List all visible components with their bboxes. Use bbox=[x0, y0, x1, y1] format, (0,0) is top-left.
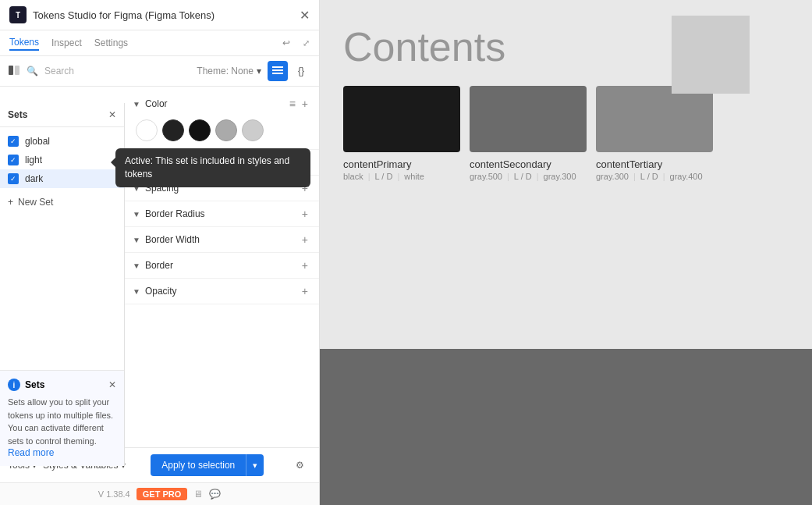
undo-button[interactable]: ↩ bbox=[282, 37, 290, 48]
sets-title: Sets bbox=[8, 109, 108, 120]
section-add-button-border-radius[interactable]: + bbox=[302, 208, 308, 220]
set-item-light[interactable]: ✓ light bbox=[0, 151, 124, 169]
detail-black: black bbox=[343, 172, 363, 181]
nav-settings[interactable]: Settings bbox=[94, 36, 128, 50]
detail-gray300: gray.300 bbox=[544, 172, 576, 181]
sidebar-toggle-icon[interactable] bbox=[8, 64, 20, 79]
panel-header: T Tokens Studio for Figma (Figma Tokens)… bbox=[0, 0, 319, 30]
section-list-button-color[interactable]: ≡ bbox=[289, 98, 296, 110]
svg-rect-2 bbox=[272, 66, 283, 68]
set-item-global[interactable]: ✓ global bbox=[0, 132, 124, 151]
sets-info-title: Sets bbox=[25, 379, 44, 390]
section-add-button-color[interactable]: + bbox=[302, 98, 308, 110]
detail-ld-1: L / D bbox=[375, 172, 393, 181]
set-checkbox-light[interactable]: ✓ bbox=[8, 155, 19, 165]
version-bar: V 1.38.4 GET PRO 🖥 💬 bbox=[0, 482, 319, 505]
panel-nav: Tokens Inspect Settings ↩ ⤢ bbox=[0, 30, 319, 56]
swatch-white[interactable] bbox=[136, 119, 158, 141]
json-view-button[interactable]: {} bbox=[291, 61, 311, 81]
section-header-border-width[interactable]: ▼ Border Width + bbox=[125, 227, 319, 252]
version-text: V 1.38.4 bbox=[98, 489, 130, 499]
sets-close-button[interactable]: ✕ bbox=[108, 109, 116, 120]
new-set-button[interactable]: + New Set bbox=[0, 193, 124, 212]
color-card-name-secondary: contentSecondary bbox=[470, 158, 587, 170]
sets-panel: Sets ✕ ✓ global ✓ light ✓ dark + New Set bbox=[0, 103, 125, 466]
section-header-border-radius[interactable]: ▼ Border Radius + bbox=[125, 201, 319, 226]
get-pro-button[interactable]: GET PRO bbox=[137, 488, 188, 500]
color-swatch-tertiary bbox=[596, 86, 713, 152]
color-cards: contentPrimary black | L / D | white con… bbox=[343, 86, 789, 187]
tooltip: Active: This set is included in styles a… bbox=[115, 148, 310, 187]
color-swatch-primary bbox=[343, 86, 460, 152]
sets-info-panel: i Sets ✕ Sets allow you to split your to… bbox=[0, 370, 124, 466]
detail-ld-3: L / D bbox=[640, 172, 658, 181]
swatch-gray1[interactable] bbox=[215, 119, 237, 141]
section-border-radius: ▼ Border Radius + bbox=[125, 201, 319, 227]
set-checkbox-global[interactable]: ✓ bbox=[8, 136, 19, 147]
detail-gray400: gray.400 bbox=[670, 172, 703, 181]
panel-title: Tokens Studio for Figma (Figma Tokens) bbox=[33, 9, 293, 21]
section-color: ▼ Color ≡ + bbox=[125, 91, 319, 150]
color-card-details-secondary: gray.500 | L / D | gray.300 bbox=[470, 172, 587, 181]
color-card-details-tertiary: gray.300 | L / D | gray.400 bbox=[596, 172, 713, 181]
nav-inspect[interactable]: Inspect bbox=[51, 36, 82, 50]
swatch-black2[interactable] bbox=[189, 119, 211, 141]
canvas-placeholder-box bbox=[672, 16, 750, 94]
section-border-width: ▼ Border Width + bbox=[125, 227, 319, 253]
section-add-button-opacity[interactable]: + bbox=[302, 285, 308, 297]
section-actions-opacity: + bbox=[302, 285, 308, 297]
section-border: ▼ Border + bbox=[125, 253, 319, 279]
sets-info-text: Sets allow you to split your tokens up i… bbox=[8, 396, 116, 447]
nav-tokens[interactable]: Tokens bbox=[9, 35, 39, 51]
section-add-button-border-width[interactable]: + bbox=[302, 233, 308, 246]
settings-button[interactable]: ⚙ bbox=[289, 454, 311, 476]
apply-to-selection-button[interactable]: Apply to selection bbox=[151, 454, 246, 476]
apply-section: Apply to selection ▾ bbox=[151, 454, 264, 476]
chat-icon[interactable]: 💬 bbox=[209, 489, 221, 500]
list-view-button[interactable] bbox=[268, 61, 288, 81]
set-name-global: global bbox=[25, 136, 116, 147]
chevron-color-icon: ▼ bbox=[133, 100, 140, 108]
color-swatches bbox=[125, 116, 319, 149]
set-name-dark: dark bbox=[25, 173, 116, 184]
svg-rect-4 bbox=[272, 73, 283, 74]
section-title-border-width: Border Width bbox=[145, 234, 302, 245]
expand-button[interactable]: ⤢ bbox=[303, 38, 310, 48]
svg-rect-3 bbox=[272, 69, 283, 71]
section-header-border[interactable]: ▼ Border + bbox=[125, 253, 319, 278]
plugin-logo: T bbox=[9, 6, 27, 23]
color-card-secondary: contentSecondary gray.500 | L / D | gray… bbox=[470, 86, 587, 187]
set-item-dark[interactable]: ✓ dark bbox=[0, 169, 124, 188]
settings-icon: ⚙ bbox=[296, 460, 304, 471]
color-card-details-primary: black | L / D | white bbox=[343, 172, 460, 181]
section-add-button-border[interactable]: + bbox=[302, 259, 308, 272]
close-button[interactable]: ✕ bbox=[300, 8, 310, 23]
theme-selector[interactable]: Theme: None ▾ bbox=[197, 66, 261, 76]
color-card-info-tertiary: contentTertiary gray.300 | L / D | gray.… bbox=[596, 152, 713, 187]
search-icon: 🔍 bbox=[27, 66, 38, 76]
theme-label: Theme: None bbox=[197, 66, 254, 76]
chevron-border-width-icon: ▼ bbox=[133, 236, 140, 244]
tokens-panel: T Tokens Studio for Figma (Figma Tokens)… bbox=[0, 0, 320, 505]
section-title-border: Border bbox=[145, 260, 302, 271]
section-header-opacity[interactable]: ▼ Opacity + bbox=[125, 279, 319, 304]
section-actions-border: + bbox=[302, 259, 308, 272]
monitor-icon[interactable]: 🖥 bbox=[193, 489, 203, 500]
version-icons: 🖥 💬 bbox=[193, 489, 221, 500]
swatch-black1[interactable] bbox=[162, 119, 184, 141]
canvas-bottom-area bbox=[320, 349, 812, 505]
sets-read-more-link[interactable]: Read more bbox=[8, 447, 54, 458]
search-input[interactable] bbox=[44, 66, 190, 76]
plus-icon: + bbox=[8, 197, 13, 208]
new-set-label: New Set bbox=[18, 197, 53, 208]
search-bar: 🔍 Theme: None ▾ {} bbox=[0, 56, 319, 87]
set-checkbox-dark[interactable]: ✓ bbox=[8, 173, 19, 184]
color-card-name-tertiary: contentTertiary bbox=[596, 158, 713, 170]
sets-info-header: i Sets ✕ bbox=[8, 379, 116, 391]
swatch-gray2[interactable] bbox=[242, 119, 264, 141]
sets-info-close-button[interactable]: ✕ bbox=[108, 379, 116, 390]
section-title-opacity: Opacity bbox=[145, 286, 302, 297]
apply-dropdown-button[interactable]: ▾ bbox=[246, 454, 264, 476]
color-card-info-secondary: contentSecondary gray.500 | L / D | gray… bbox=[470, 152, 587, 187]
section-header-color[interactable]: ▼ Color ≡ + bbox=[125, 91, 319, 116]
